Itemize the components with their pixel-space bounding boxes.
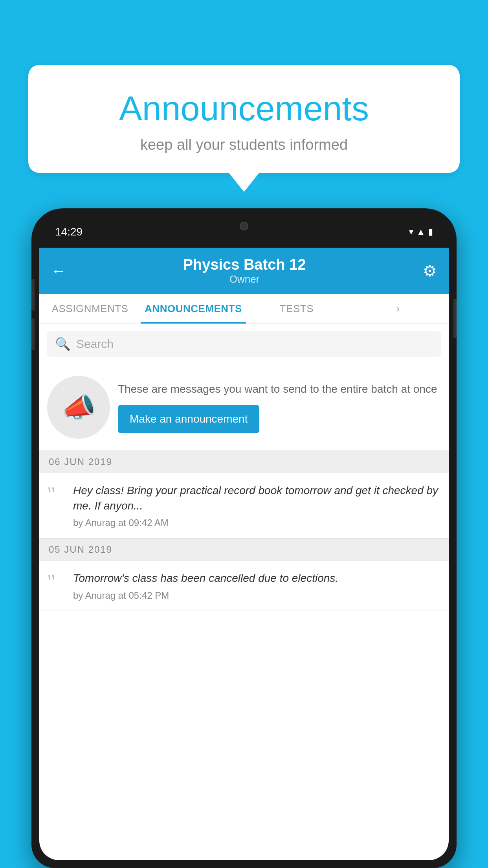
status-bar: 14:29 ▾ ▲ ▮ <box>39 216 449 248</box>
power-button <box>453 299 457 338</box>
date-divider-1: 06 JUN 2019 <box>39 451 449 473</box>
announcement-item-2[interactable]: " Tomorrow's class has been cancelled du… <box>39 561 449 611</box>
megaphone-icon: 📣 <box>62 391 96 423</box>
signal-icon: ▲ <box>416 227 425 237</box>
phone-screen: ← Physics Batch 12 Owner ⚙ ASSIGNMENTS A… <box>39 248 449 860</box>
announcement-content-1: Hey class! Bring your practical record b… <box>73 483 441 528</box>
tab-more[interactable]: › <box>347 294 449 324</box>
search-placeholder: Search <box>76 337 114 351</box>
announcement-meta-2: by Anurag at 05:42 PM <box>73 590 441 601</box>
app-header: ← Physics Batch 12 Owner ⚙ <box>39 248 449 294</box>
promo-icon-circle: 📣 <box>47 376 110 439</box>
announcement-content-2: Tomorrow's class has been cancelled due … <box>73 570 441 601</box>
speech-bubble: Announcements keep all your students inf… <box>28 65 460 173</box>
announcement-text-1: Hey class! Bring your practical record b… <box>73 483 441 513</box>
volume-up-button <box>31 279 35 311</box>
bubble-title: Announcements <box>48 88 440 129</box>
promo-right: These are messages you want to send to t… <box>118 381 441 433</box>
wifi-icon: ▾ <box>409 227 413 237</box>
phone-frame: 14:29 ▾ ▲ ▮ ← Physics Batch 12 Owner ⚙ A… <box>31 208 457 868</box>
volume-down-button <box>31 318 35 350</box>
back-button[interactable]: ← <box>51 263 66 278</box>
tab-announcements[interactable]: ANNOUNCEMENTS <box>141 294 246 324</box>
settings-icon[interactable]: ⚙ <box>423 262 437 280</box>
search-bar[interactable]: 🔍 Search <box>47 331 441 357</box>
make-announcement-button[interactable]: Make an announcement <box>118 405 259 433</box>
search-container: 🔍 Search <box>39 324 449 364</box>
announcement-meta-1: by Anurag at 09:42 AM <box>73 517 441 528</box>
camera <box>240 222 248 230</box>
bubble-subtitle: keep all your students informed <box>48 136 440 153</box>
battery-icon: ▮ <box>428 227 433 237</box>
search-icon: 🔍 <box>55 337 71 351</box>
header-center: Physics Batch 12 Owner <box>183 256 306 285</box>
quote-icon-1: " <box>47 484 67 505</box>
promo-area: 📣 These are messages you want to send to… <box>39 364 449 451</box>
tab-assignments[interactable]: ASSIGNMENTS <box>39 294 141 324</box>
date-divider-2: 05 JUN 2019 <box>39 538 449 561</box>
announcement-item-1[interactable]: " Hey class! Bring your practical record… <box>39 473 449 538</box>
status-time: 14:29 <box>55 226 83 238</box>
header-subtitle: Owner <box>183 273 306 285</box>
tabs-bar: ASSIGNMENTS ANNOUNCEMENTS TESTS › <box>39 294 449 324</box>
tab-tests[interactable]: TESTS <box>246 294 347 324</box>
promo-description: These are messages you want to send to t… <box>118 381 441 397</box>
header-title: Physics Batch 12 <box>183 256 306 273</box>
announcement-text-2: Tomorrow's class has been cancelled due … <box>73 570 441 586</box>
quote-icon-2: " <box>47 572 67 592</box>
status-icons: ▾ ▲ ▮ <box>409 227 433 237</box>
notch <box>216 216 272 236</box>
